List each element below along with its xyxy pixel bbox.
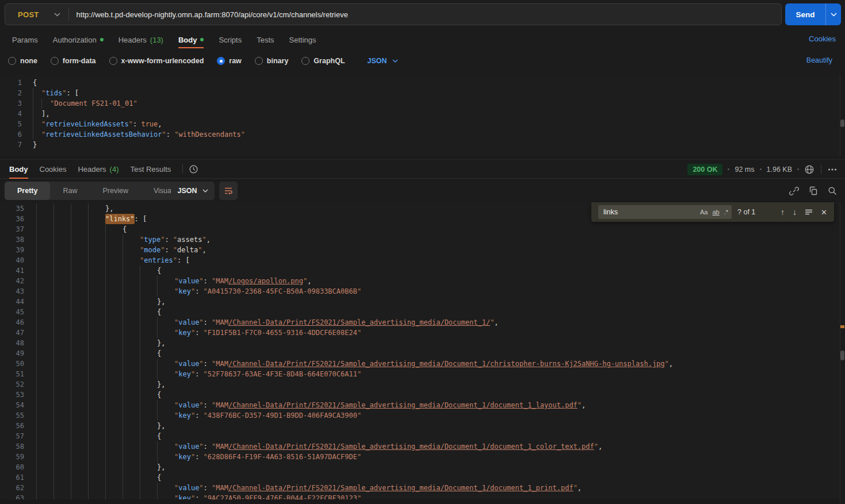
wrap-text-button[interactable] [219, 182, 238, 200]
gutter-spacer [24, 390, 36, 400]
search-icon[interactable] [828, 186, 837, 195]
gutter-spacer [24, 452, 36, 462]
gutter-spacer [24, 369, 36, 379]
line-number: 36 [0, 214, 24, 224]
response-tab-test-results[interactable]: Test Results [125, 160, 177, 179]
scrollbar-thumb[interactable] [840, 120, 844, 127]
response-scrollbar[interactable] [840, 202, 845, 504]
indent-guide-icon [105, 462, 123, 472]
body-type-form-data[interactable]: form-data [51, 57, 96, 65]
line-number: 37 [0, 224, 24, 234]
next-match-icon[interactable]: ↓ [789, 207, 801, 217]
search-input[interactable]: links Aa ab .* [598, 205, 732, 219]
indent-guide-icon [53, 307, 71, 317]
indent-guide-icon [105, 359, 123, 369]
punctuation: }, [157, 421, 165, 431]
response-format-select[interactable]: JSON [171, 182, 215, 200]
line-number: 46 [0, 317, 24, 328]
indent-guide-icon [88, 410, 105, 421]
request-scrollbar[interactable] [840, 75, 845, 156]
indent-guide-icon [71, 379, 88, 390]
punctuation: : [195, 328, 203, 338]
tab-tests[interactable]: Tests [249, 32, 281, 47]
cookies-link[interactable]: Cookies [809, 34, 836, 43]
raw-language-select[interactable]: JSON [368, 57, 398, 65]
send-options-chevron-icon[interactable] [826, 13, 841, 17]
indent-guide-icon [53, 328, 71, 338]
gutter-spacer [22, 140, 33, 150]
response-link[interactable]: /Channel-Data/Print/FS2021/Sample_advert… [228, 360, 665, 368]
method-select[interactable]: POST [5, 10, 68, 19]
punctuation: { [33, 78, 37, 88]
radio-icon [8, 57, 16, 65]
copy-icon[interactable] [809, 186, 818, 195]
indent-guide-icon [53, 421, 71, 431]
scrollbar-thumb[interactable] [840, 351, 844, 360]
tab-params[interactable]: Params [5, 32, 45, 47]
body-type-graphql[interactable]: GraphQL [301, 57, 345, 65]
response-tab-cookies[interactable]: Cookies [34, 160, 72, 179]
match-case-icon[interactable]: Aa [700, 209, 708, 216]
tab-authorization[interactable]: Authorization [45, 32, 111, 47]
tab-label: Tests [257, 36, 274, 44]
response-tab-body[interactable]: Body [3, 160, 34, 179]
close-icon[interactable]: ✕ [817, 208, 829, 217]
indent-guide-icon [105, 276, 123, 286]
more-options-icon[interactable] [828, 168, 837, 171]
string-value: MAM/Channel-Data/Print/FS2021/Sample_adv… [212, 441, 598, 452]
tab-scripts[interactable]: Scripts [211, 32, 249, 47]
punctuation: : [ [177, 255, 190, 266]
url-input[interactable] [69, 10, 781, 19]
status-badge[interactable]: 200 OK [687, 164, 722, 175]
gutter-spacer [24, 286, 36, 297]
line-number: 58 [0, 441, 24, 452]
whole-word-icon[interactable]: ab [712, 209, 719, 216]
indent-guide-icon [140, 359, 157, 369]
indent-guide-icon [105, 266, 123, 276]
request-body-editor[interactable]: 1{2tids: [3Document FS21-01_014],5retrie… [0, 75, 840, 156]
line-number: 60 [0, 462, 24, 472]
response-body-viewer[interactable]: 35},36"links": [37{38type: assets,39mode… [0, 202, 840, 504]
response-link[interactable]: /Channel-Data/Print/FS2021/Sample_advert… [228, 318, 490, 326]
body-type-raw[interactable]: raw [217, 57, 242, 65]
indent-guide-icon [123, 328, 140, 338]
body-type-x-www-form-urlencoded[interactable]: x-www-form-urlencoded [109, 57, 204, 65]
tab-settings[interactable]: Settings [282, 32, 324, 47]
punctuation: : [165, 245, 173, 255]
view-tab-preview[interactable]: Preview [90, 182, 140, 200]
indent-guide-icon [140, 431, 157, 441]
tab-headers[interactable]: Headers(13) [111, 32, 171, 47]
indent-guide-icon [105, 421, 123, 431]
indent-guide-icon [140, 472, 157, 483]
view-tab-pretty[interactable]: Pretty [5, 182, 50, 200]
indent-guide-icon [123, 297, 140, 307]
indent-guide-icon [36, 410, 53, 421]
body-type-none[interactable]: none [8, 57, 37, 65]
regex-icon[interactable]: .* [724, 209, 728, 216]
punctuation: : [195, 286, 203, 297]
code-line: 41{ [0, 266, 840, 276]
previous-match-icon[interactable]: ↑ [777, 207, 789, 217]
search-options-icon[interactable] [801, 209, 817, 216]
tab-body[interactable]: Body [171, 32, 212, 47]
indent-guide-icon [53, 203, 71, 214]
history-icon[interactable] [189, 164, 198, 174]
search-query: links [603, 208, 700, 216]
body-type-binary[interactable]: binary [255, 57, 289, 65]
response-link[interactable]: /Logos/apollon.png [228, 277, 303, 285]
beautify-link[interactable]: Beautify [806, 56, 832, 64]
send-button[interactable]: Send [785, 3, 841, 25]
network-globe-icon[interactable] [804, 164, 815, 175]
response-link[interactable]: /Channel-Data/Print/FS2021/Sample_advert… [228, 401, 578, 409]
response-tab-headers[interactable]: Headers(4) [72, 160, 124, 179]
indent-guide-icon [105, 379, 123, 390]
response-link[interactable]: /Channel-Data/Print/FS2021/Sample_advert… [228, 484, 573, 492]
line-number: 39 [0, 245, 24, 255]
line-number: 44 [0, 297, 24, 307]
view-tab-raw[interactable]: Raw [50, 182, 90, 200]
response-link[interactable]: /Channel-Data/Print/FS2021/Sample_advert… [228, 443, 594, 451]
indent-guide-icon [36, 266, 53, 276]
punctuation: , [158, 119, 162, 129]
line-number: 45 [0, 307, 24, 317]
link-icon[interactable] [789, 186, 799, 196]
